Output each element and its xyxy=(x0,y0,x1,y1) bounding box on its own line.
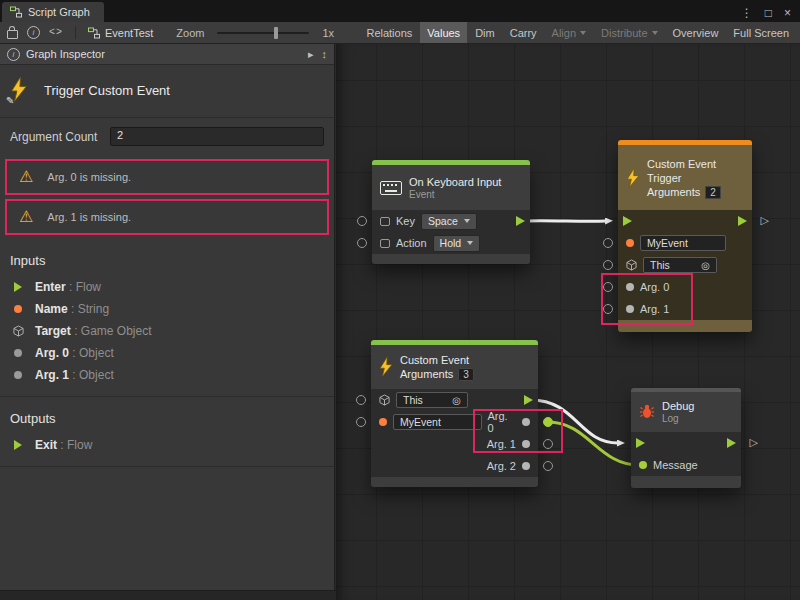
object-picker-icon[interactable]: ◎ xyxy=(701,260,710,271)
graph-breadcrumb[interactable]: EventTest xyxy=(88,27,153,39)
button-label: Carry xyxy=(510,27,537,39)
custom-event-node[interactable]: Custom Event Arguments3 This◎ MyEvent Ar… xyxy=(371,340,538,487)
info-icon[interactable]: i xyxy=(27,26,40,39)
lock-icon[interactable] xyxy=(7,30,18,39)
flow-out-port[interactable] xyxy=(738,216,747,226)
graph-toolbar: i <> EventTest Zoom 1x Relations Values … xyxy=(0,22,800,44)
debug-log-node[interactable]: Debug Log ▷ Message xyxy=(631,388,741,488)
wire-keyboard-to-trigger[interactable] xyxy=(523,221,606,222)
graph-canvas[interactable]: On Keyboard Input Event Key Space Action… xyxy=(336,44,800,600)
arg2-output-port[interactable] xyxy=(543,461,553,471)
inspector-unit-title: Trigger Custom Event xyxy=(44,83,170,98)
argument-count-input[interactable]: 2 xyxy=(110,127,324,146)
arguments-label: Arguments xyxy=(647,186,700,198)
wire-arg0-to-message[interactable] xyxy=(548,422,639,465)
event-name-field[interactable]: MyEvent xyxy=(393,414,482,430)
relations-button[interactable]: Relations xyxy=(359,22,419,43)
flow-in-port[interactable] xyxy=(623,216,632,226)
warning-text: Arg. 1 is missing. xyxy=(47,211,131,223)
dim-button[interactable]: Dim xyxy=(468,22,502,43)
pin-type: String xyxy=(78,302,109,316)
node-subtitle: Log xyxy=(662,413,694,425)
chevron-down-icon xyxy=(464,219,470,223)
node-title: On Keyboard Input xyxy=(409,175,501,189)
target-input-port[interactable] xyxy=(603,260,613,270)
overview-button[interactable]: Overview xyxy=(666,22,726,43)
tab-label: Script Graph xyxy=(28,6,90,18)
close-icon[interactable]: × xyxy=(784,7,791,19)
dropdown-value: Hold xyxy=(440,237,462,249)
object-dot-icon xyxy=(12,349,24,357)
separator: : xyxy=(57,438,67,452)
cube-icon xyxy=(379,394,390,406)
on-keyboard-input-node[interactable]: On Keyboard Input Event Key Space Action… xyxy=(372,160,530,264)
node-footer xyxy=(371,477,538,487)
value-dot-icon xyxy=(626,283,634,291)
target-field[interactable]: This◎ xyxy=(643,257,717,273)
target-input-port[interactable] xyxy=(356,395,366,405)
message-input-port[interactable] xyxy=(639,461,647,469)
flow-in-port[interactable] xyxy=(636,438,645,448)
action-input-port[interactable] xyxy=(357,238,367,248)
action-dropdown[interactable]: Hold xyxy=(433,235,481,252)
name-input-port[interactable] xyxy=(356,417,366,427)
pin-type: Game Object xyxy=(81,324,152,338)
kebab-menu-icon[interactable]: ⋮ xyxy=(741,7,753,19)
pin-type: Flow xyxy=(76,280,101,294)
trigger-custom-event-node[interactable]: Custom Event Trigger Arguments2 ▷ MyEven… xyxy=(618,140,752,332)
bolt-pencil-icon: ✎ xyxy=(10,77,32,103)
button-label: Full Screen xyxy=(733,27,789,39)
arg0-output-port[interactable] xyxy=(543,417,553,427)
values-button[interactable]: Values xyxy=(420,22,467,43)
flow-out-port[interactable] xyxy=(727,438,736,448)
pin-name: Target xyxy=(35,324,71,338)
toolbar-right-group: Relations Values Dim Carry Align Distrib… xyxy=(359,22,800,43)
separator: : xyxy=(71,324,81,338)
flow-row: ▷ xyxy=(631,432,741,454)
scroll-icon[interactable]: ↕ xyxy=(322,48,328,61)
tab-script-graph[interactable]: Script Graph xyxy=(2,2,104,22)
arg-label: Arg. 0 xyxy=(488,410,517,434)
value-dot-icon xyxy=(522,440,530,448)
zoom-slider[interactable] xyxy=(217,32,309,34)
pin-type: Object xyxy=(79,368,114,382)
event-name-field[interactable]: MyEvent xyxy=(640,235,726,251)
inspector-header-icons: ▸ ↕ xyxy=(308,48,327,61)
node-header: Custom Event Arguments3 xyxy=(371,345,538,389)
arg1-output-port[interactable] xyxy=(543,439,553,449)
node-title-line2: Arguments3 xyxy=(400,367,474,381)
dock-icon[interactable]: ▸ xyxy=(308,48,314,61)
object-picker-icon[interactable]: ◎ xyxy=(452,395,461,406)
maximize-icon[interactable]: □ xyxy=(765,7,772,19)
arg1-input-port[interactable] xyxy=(603,304,613,314)
code-icon[interactable]: <> xyxy=(49,27,63,38)
zoom-slider-thumb[interactable] xyxy=(274,27,278,39)
target-field[interactable]: This◎ xyxy=(396,392,468,408)
zoom-value: 1x xyxy=(322,27,334,39)
name-and-arg0-row: MyEvent Arg. 0 xyxy=(371,411,538,433)
value-dot-icon xyxy=(522,418,530,426)
distribute-button[interactable]: Distribute xyxy=(594,22,664,43)
flow-out-port[interactable] xyxy=(524,395,533,405)
script-graph-icon xyxy=(10,6,22,18)
node-subtitle: Event xyxy=(409,189,501,201)
arg0-input-port[interactable] xyxy=(603,282,613,292)
toolbar-separator xyxy=(75,26,76,39)
flow-out-port[interactable] xyxy=(516,216,525,226)
bolt-icon xyxy=(379,357,393,377)
argument-count-row: Argument Count 2 xyxy=(0,118,334,155)
name-row: MyEvent xyxy=(618,232,752,254)
align-button[interactable]: Align xyxy=(545,22,593,43)
value-dot-icon xyxy=(626,305,634,313)
pin-name: Arg. 0 xyxy=(35,346,69,360)
bolt-icon xyxy=(626,168,640,188)
carry-button[interactable]: Carry xyxy=(503,22,544,43)
name-input-port[interactable] xyxy=(603,238,613,248)
full-screen-button[interactable]: Full Screen xyxy=(726,22,796,43)
key-dropdown[interactable]: Space xyxy=(421,213,477,230)
arg0-row: Arg. 0 xyxy=(618,276,752,298)
node-title-line3: Arguments2 xyxy=(647,185,721,199)
button-label: Relations xyxy=(366,27,412,39)
key-input-port[interactable] xyxy=(357,216,367,226)
node-footer xyxy=(372,254,530,264)
